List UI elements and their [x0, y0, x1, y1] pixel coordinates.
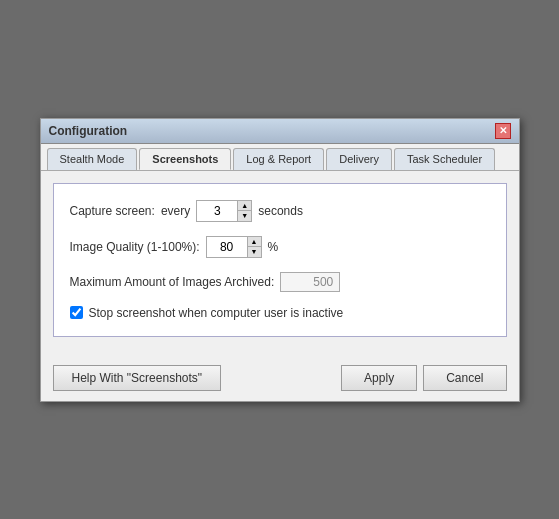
tab-stealth-mode[interactable]: Stealth Mode	[47, 148, 138, 170]
title-bar: Configuration ✕	[41, 119, 519, 144]
quality-row: Image Quality (1-100%): ▲ ▼ %	[70, 236, 490, 258]
window-title: Configuration	[49, 124, 128, 138]
quality-label: Image Quality (1-100%):	[70, 240, 200, 254]
max-images-row: Maximum Amount of Images Archived:	[70, 272, 490, 292]
cancel-button[interactable]: Cancel	[423, 365, 506, 391]
quality-spinner-buttons: ▲ ▼	[247, 237, 261, 257]
close-button[interactable]: ✕	[495, 123, 511, 139]
apply-button[interactable]: Apply	[341, 365, 417, 391]
quality-down-btn[interactable]: ▼	[247, 247, 261, 257]
capture-spinner[interactable]: ▲ ▼	[196, 200, 252, 222]
capture-spinner-buttons: ▲ ▼	[237, 201, 251, 221]
capture-up-btn[interactable]: ▲	[237, 201, 251, 211]
tab-content: Capture screen: every ▲ ▼ seconds Image …	[41, 171, 519, 359]
quality-unit: %	[268, 240, 279, 254]
tab-delivery[interactable]: Delivery	[326, 148, 392, 170]
capture-down-btn[interactable]: ▼	[237, 211, 251, 221]
help-button[interactable]: Help With "Screenshots"	[53, 365, 222, 391]
tab-bar: Stealth Mode Screenshots Log & Report De…	[41, 144, 519, 171]
tab-screenshots[interactable]: Screenshots	[139, 148, 231, 170]
settings-panel: Capture screen: every ▲ ▼ seconds Image …	[53, 183, 507, 337]
footer: Help With "Screenshots" Apply Cancel	[41, 359, 519, 401]
quality-spinner[interactable]: ▲ ▼	[206, 236, 262, 258]
stop-checkbox[interactable]	[70, 306, 83, 319]
stop-label: Stop screenshot when computer user is in…	[89, 306, 344, 320]
max-images-label: Maximum Amount of Images Archived:	[70, 275, 275, 289]
action-buttons: Apply Cancel	[341, 365, 506, 391]
tab-log-report[interactable]: Log & Report	[233, 148, 324, 170]
capture-label: Capture screen:	[70, 204, 155, 218]
capture-row: Capture screen: every ▲ ▼ seconds	[70, 200, 490, 222]
configuration-window: Configuration ✕ Stealth Mode Screenshots…	[40, 118, 520, 402]
quality-up-btn[interactable]: ▲	[247, 237, 261, 247]
every-label: every	[161, 204, 190, 218]
quality-input[interactable]	[207, 238, 247, 256]
seconds-label: seconds	[258, 204, 303, 218]
capture-input[interactable]	[197, 202, 237, 220]
tab-task-scheduler[interactable]: Task Scheduler	[394, 148, 495, 170]
max-images-input[interactable]	[280, 272, 340, 292]
stop-checkbox-row: Stop screenshot when computer user is in…	[70, 306, 490, 320]
